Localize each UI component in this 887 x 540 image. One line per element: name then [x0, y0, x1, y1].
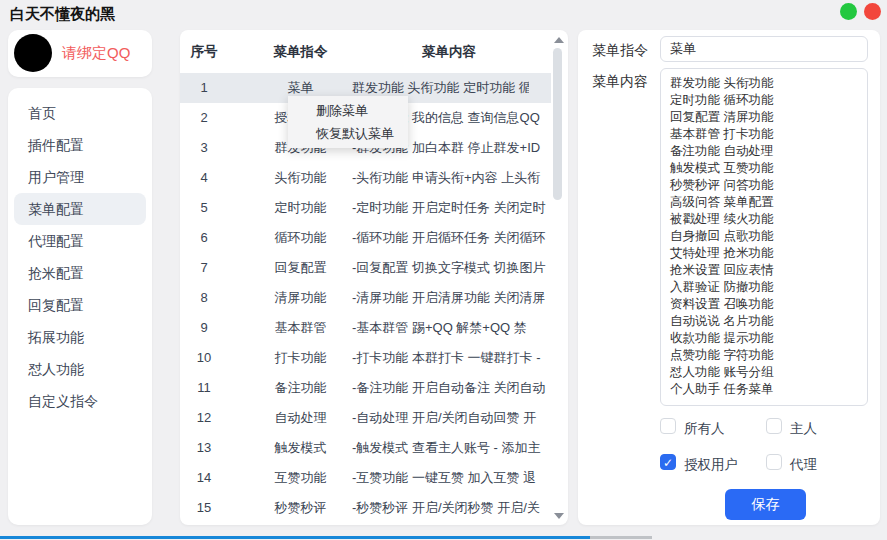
- bottom-progress-bar: [0, 536, 590, 539]
- checkbox-agent-label: 代理: [790, 456, 817, 474]
- header-content: 菜单内容: [352, 37, 546, 67]
- cell-no: 1: [180, 73, 228, 103]
- cell-no: 6: [180, 223, 228, 253]
- sidebar-item-custom-commands[interactable]: 自定义指令: [14, 385, 146, 417]
- cell-no: 7: [180, 253, 228, 283]
- sidebar-item-home[interactable]: 首页: [14, 97, 146, 129]
- checkbox-owner[interactable]: [766, 418, 782, 434]
- cell-content: -循环功能 开启循环任务 关闭循环: [352, 223, 546, 253]
- minimize-button[interactable]: [840, 3, 857, 20]
- context-menu: 删除菜单 恢复默认菜单: [288, 96, 408, 148]
- sidebar-item-reply-config[interactable]: 回复配置: [14, 289, 146, 321]
- content-label: 菜单内容: [592, 73, 648, 91]
- avatar[interactable]: [14, 34, 52, 72]
- cell-content: -打卡功能 本群打卡 一键群打卡 -: [352, 343, 546, 373]
- table-row[interactable]: 8 清屏功能 -清屏功能 开启清屏功能 关闭清屏: [180, 283, 568, 313]
- table-scrollbar[interactable]: [551, 30, 567, 525]
- table-row[interactable]: 5 定时功能 -定时功能 开启定时任务 关闭定时: [180, 193, 568, 223]
- cell-content: -清屏功能 开启清屏功能 关闭清屏: [352, 283, 546, 313]
- cell-no: 11: [180, 373, 228, 403]
- checkbox-everyone[interactable]: [660, 418, 676, 434]
- table-row[interactable]: 14 互赞功能 -互赞功能 一键互赞 加入互赞 退: [180, 463, 568, 493]
- window-title: 白天不懂夜的黑: [10, 5, 115, 24]
- table-row[interactable]: 13 触发模式 -触发模式 查看主人账号 - 添加主: [180, 433, 568, 463]
- checkbox-owner-label: 主人: [790, 420, 817, 438]
- cell-content: -基本群管 踢+QQ 解禁+QQ 禁: [352, 313, 546, 343]
- table-row[interactable]: 7 回复配置 -回复配置 切换文字模式 切换图片: [180, 253, 568, 283]
- sidebar: 首页 插件配置 用户管理 菜单配置 代理配置 抢米配置 回复配置 拓展功能 怼人…: [8, 88, 152, 525]
- cell-content: -头衔功能 申请头衔+内容 上头衔: [352, 163, 546, 193]
- titlebar: 白天不懂夜的黑: [0, 0, 887, 28]
- cell-no: 8: [180, 283, 228, 313]
- cell-no: 12: [180, 403, 228, 433]
- checkbox-authorized-user-label: 授权用户: [684, 456, 738, 474]
- scroll-up-icon[interactable]: [554, 37, 564, 43]
- cell-no: 14: [180, 463, 228, 493]
- cell-no: 2: [180, 103, 228, 133]
- checkbox-agent[interactable]: [766, 454, 782, 470]
- sidebar-item-extension[interactable]: 拓展功能: [14, 321, 146, 353]
- bottom-scrollbar-thumb[interactable]: [590, 536, 652, 539]
- table-row[interactable]: 15 秒赞秒评 -秒赞秒评 开启/关闭秒赞 开启/关: [180, 493, 568, 523]
- menu-editor-panel: 菜单指令 菜单内容 群发功能 头衔功能 定时功能 循环功能 回复配置 清屏功能 …: [578, 30, 880, 525]
- table-row[interactable]: 6 循环功能 -循环功能 开启循环任务 关闭循环: [180, 223, 568, 253]
- table-row[interactable]: 12 自动处理 -自动处理 开启/关闭自动回赞 开: [180, 403, 568, 433]
- sidebar-item-duiren[interactable]: 怼人功能: [14, 353, 146, 385]
- close-button[interactable]: [864, 3, 881, 20]
- table-row[interactable]: 10 打卡功能 -打卡功能 本群打卡 一键群打卡 -: [180, 343, 568, 373]
- sidebar-item-qiangmi-config[interactable]: 抢米配置: [14, 257, 146, 289]
- cell-no: 15: [180, 493, 228, 523]
- cell-content: -自动处理 开启/关闭自动回赞 开: [352, 403, 546, 433]
- save-button[interactable]: 保存: [725, 489, 806, 520]
- sidebar-item-plugin-config[interactable]: 插件配置: [14, 129, 146, 161]
- cell-no: 10: [180, 343, 228, 373]
- cell-no: 9: [180, 313, 228, 343]
- table-row[interactable]: 11 备注功能 -备注功能 开启自动备注 关闭自动: [180, 373, 568, 403]
- cell-content: -互赞功能 一键互赞 加入互赞 退: [352, 463, 546, 493]
- cell-content: -备注功能 开启自动备注 关闭自动: [352, 373, 546, 403]
- cell-no: 5: [180, 193, 228, 223]
- header-no: 序号: [180, 37, 228, 67]
- table-header: 序号 菜单指令 菜单内容: [180, 37, 568, 67]
- cell-content: -触发模式 查看主人账号 - 添加主: [352, 433, 546, 463]
- cell-content: -回复配置 切换文字模式 切换图片: [352, 253, 546, 283]
- content-textarea[interactable]: 群发功能 头衔功能 定时功能 循环功能 回复配置 清屏功能 基本群管 打卡功能 …: [660, 68, 868, 406]
- context-menu-delete[interactable]: 删除菜单: [288, 99, 408, 122]
- table-row[interactable]: 4 头衔功能 -头衔功能 申请头衔+内容 上头衔: [180, 163, 568, 193]
- profile-card: 请绑定QQ: [8, 30, 152, 77]
- scrollbar-thumb[interactable]: [553, 48, 562, 200]
- sidebar-item-menu-config[interactable]: 菜单配置: [14, 193, 146, 225]
- command-label: 菜单指令: [592, 42, 648, 60]
- cell-content: -秒赞秒评 开启/关闭秒赞 开启/关: [352, 493, 546, 523]
- table-row[interactable]: 9 基本群管 -基本群管 踢+QQ 解禁+QQ 禁: [180, 313, 568, 343]
- cell-no: 4: [180, 163, 228, 193]
- sidebar-item-proxy-config[interactable]: 代理配置: [14, 225, 146, 257]
- checkbox-everyone-label: 所有人: [684, 420, 725, 438]
- sidebar-item-user-management[interactable]: 用户管理: [14, 161, 146, 193]
- cell-no: 3: [180, 133, 228, 163]
- cell-content: -定时功能 开启定时任务 关闭定时: [352, 193, 546, 223]
- checkbox-authorized-user[interactable]: ✓: [660, 454, 676, 470]
- scroll-down-icon[interactable]: [554, 513, 564, 519]
- context-menu-restore-default[interactable]: 恢复默认菜单: [288, 122, 408, 145]
- cell-no: 13: [180, 433, 228, 463]
- command-input[interactable]: [660, 36, 868, 62]
- bind-qq-link[interactable]: 请绑定QQ: [62, 44, 130, 63]
